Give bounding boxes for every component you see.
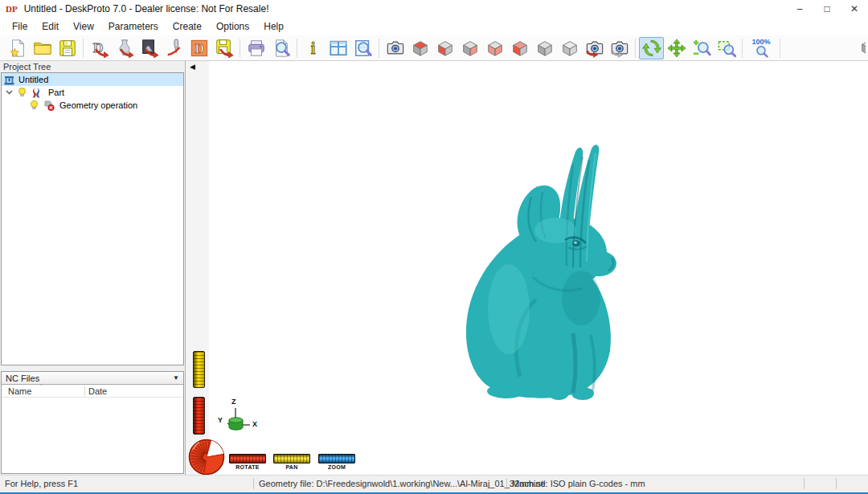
view-back-button[interactable] xyxy=(482,37,507,59)
nc-files-list[interactable] xyxy=(2,398,183,473)
zoom-label: ZOOM xyxy=(318,464,355,470)
rotate-bar[interactable] xyxy=(229,454,266,463)
menu-options[interactable]: Options xyxy=(209,18,256,35)
load-project-button[interactable]: D xyxy=(87,37,112,59)
pan-vertical-slider[interactable] xyxy=(193,351,205,388)
menu-edit[interactable]: Edit xyxy=(35,18,66,35)
pan-view-button[interactable] xyxy=(664,37,689,59)
nc-files-panel: NC Files ▼ Name ˆ Date xyxy=(1,371,184,474)
status-geometry-file: Geometry file: D:\Freedesignwold\1.worki… xyxy=(259,479,545,488)
preview-pane-button[interactable] xyxy=(350,37,375,59)
svg-text:i: i xyxy=(310,39,315,57)
deskproto-window: DP Untitled - DeskProto 7.0 - Dealer lic… xyxy=(0,0,868,494)
menu-file[interactable]: File xyxy=(5,18,35,35)
save-as-button[interactable] xyxy=(211,37,236,59)
status-separator xyxy=(836,478,837,489)
tree-item-part[interactable]: Part xyxy=(2,86,183,99)
window-controls: – □ ✕ xyxy=(786,0,868,18)
pan-control[interactable]: PAN xyxy=(273,454,310,470)
render-next-button[interactable] xyxy=(607,37,632,59)
nc-files-dropdown[interactable]: NC Files ▼ xyxy=(2,372,183,385)
zoom-view-button[interactable] xyxy=(689,37,714,59)
render-rotate-icon xyxy=(585,39,604,58)
part-icon xyxy=(31,88,41,98)
clipped-button[interactable] xyxy=(858,37,866,59)
axis-indicator: Z Y X xyxy=(217,395,267,445)
load-cutter-button[interactable] xyxy=(162,37,186,59)
view-top-button[interactable] xyxy=(407,37,432,59)
nc-files-column-headers: Name ˆ Date xyxy=(2,385,183,398)
load-parameters-icon: D xyxy=(190,39,209,58)
dropdown-arrow-icon: ▼ xyxy=(173,374,179,382)
maximize-button[interactable]: □ xyxy=(813,0,841,18)
visibility-bulb-icon[interactable] xyxy=(18,88,27,97)
tree-item-label: Geometry operation xyxy=(59,100,137,110)
tree-item-geometry-operation[interactable]: Geometry operation xyxy=(2,99,183,112)
zoom-control[interactable]: ZOOM xyxy=(318,454,355,470)
title-bar: DP Untitled - DeskProto 7.0 - Dealer lic… xyxy=(0,0,868,18)
left-panel: Project Tree Untitled xyxy=(0,61,186,475)
render-photo-button[interactable] xyxy=(383,37,407,59)
render-rotate-button[interactable] xyxy=(582,37,607,59)
column-divider[interactable] xyxy=(84,386,85,396)
viewport-3d[interactable]: ◀ xyxy=(186,61,868,475)
menu-parameters[interactable]: Parameters xyxy=(101,18,166,35)
view-left-button[interactable] xyxy=(507,37,532,59)
load-geometry-button[interactable] xyxy=(112,37,137,59)
clipped-icon xyxy=(859,38,866,57)
zoom-window-button[interactable] xyxy=(714,37,739,59)
close-button[interactable]: ✕ xyxy=(841,0,868,18)
toolbar-separator xyxy=(635,39,636,58)
menu-help[interactable]: Help xyxy=(256,18,291,35)
status-separator xyxy=(506,478,507,489)
project-tree: Untitled Part xyxy=(1,72,184,365)
status-help: For Help, press F1 xyxy=(5,479,78,488)
rotate-control[interactable]: ROTATE xyxy=(229,454,266,470)
print-button[interactable] xyxy=(244,37,268,59)
toolbar-separator xyxy=(742,39,743,58)
window-layout-button[interactable] xyxy=(326,37,350,59)
collapse-panel-icon[interactable]: ◀ xyxy=(190,63,195,71)
rotate-vertical-slider[interactable] xyxy=(193,397,205,435)
tree-item-untitled[interactable]: Untitled xyxy=(2,73,183,86)
new-file-icon xyxy=(8,39,27,58)
pan-bar[interactable] xyxy=(273,454,310,463)
column-header-name[interactable]: Name xyxy=(8,386,31,396)
view-front-button[interactable] xyxy=(432,37,457,59)
column-header-date[interactable]: Date xyxy=(88,386,107,396)
load-bitmap-button[interactable] xyxy=(137,37,162,59)
menu-create[interactable]: Create xyxy=(166,18,209,35)
load-parameters-button[interactable]: D xyxy=(186,37,211,59)
view-iso-button[interactable] xyxy=(532,37,557,59)
save-project-button[interactable] xyxy=(55,37,80,59)
visibility-bulb-icon[interactable] xyxy=(30,100,39,110)
info-button[interactable]: i xyxy=(301,37,326,59)
sort-indicator-icon: ˆ xyxy=(40,383,43,390)
view-right-button[interactable] xyxy=(457,37,482,59)
zoom-100-icon xyxy=(752,46,770,58)
rotate-label: ROTATE xyxy=(229,464,266,470)
render-photo-icon xyxy=(386,39,405,58)
axis-x-label: X xyxy=(252,420,257,428)
machine-icon xyxy=(4,75,14,85)
minimize-button[interactable]: – xyxy=(786,0,813,18)
view-perspective-icon xyxy=(560,39,579,58)
load-cutter-icon xyxy=(165,39,184,58)
view-perspective-button[interactable] xyxy=(557,37,582,59)
menu-view[interactable]: View xyxy=(66,18,101,35)
new-file-button[interactable] xyxy=(5,37,30,59)
zoom-bar[interactable] xyxy=(318,454,355,463)
status-separator xyxy=(253,478,254,489)
zoom-100-button[interactable]: 100% xyxy=(746,37,776,59)
zoom-level-label: 100% xyxy=(751,39,770,46)
view-iso-icon xyxy=(535,39,555,58)
open-project-button[interactable] xyxy=(30,37,55,59)
toolbar-separator xyxy=(780,39,780,58)
save-project-icon xyxy=(58,39,77,58)
toolbar: DDi100% xyxy=(0,35,868,61)
rotate-view-button[interactable] xyxy=(639,37,664,59)
status-separator xyxy=(804,478,805,489)
chevron-down-icon[interactable] xyxy=(6,89,13,96)
status-machine: Machine: ISO plain G-codes - mm xyxy=(512,479,645,488)
print-preview-button[interactable] xyxy=(268,37,293,59)
